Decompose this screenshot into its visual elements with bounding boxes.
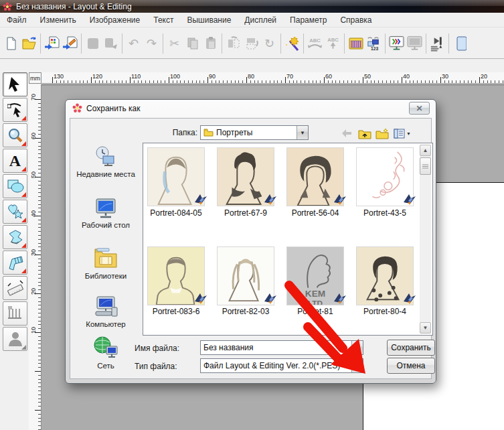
- redo-button-disabled[interactable]: ↷: [143, 33, 161, 54]
- sidebar-item-desktop[interactable]: Рабочий стол: [72, 198, 139, 229]
- partial-edge-button[interactable]: [451, 33, 469, 54]
- folder-up-button[interactable]: [357, 127, 372, 140]
- file-name[interactable]: Portret-80-4: [352, 307, 418, 316]
- import-image-button[interactable]: [61, 33, 79, 54]
- import-design-button[interactable]: [43, 33, 61, 54]
- back-button-disabled[interactable]: [339, 127, 354, 140]
- svg-text:ABC: ABC: [327, 37, 339, 43]
- file-name[interactable]: Portret-67-9: [213, 208, 278, 218]
- file-thumbnail[interactable]: [356, 246, 414, 305]
- folder-combobox[interactable]: Портреты ▼: [200, 125, 309, 140]
- file-thumbnail[interactable]: [217, 147, 274, 206]
- file-name[interactable]: Portret-56-04: [282, 208, 348, 218]
- ruler-label: 10: [30, 324, 37, 337]
- menu-item-option[interactable]: Параметр: [283, 13, 333, 27]
- magic-wand-button[interactable]: [283, 33, 301, 54]
- file-name[interactable]: Portret-43-5: [352, 208, 418, 218]
- sewing-simulator-button[interactable]: [428, 33, 446, 54]
- cut-button-disabled[interactable]: ✂: [165, 33, 183, 54]
- flyout-marker: [21, 218, 26, 222]
- filename-combobox[interactable]: Без названия ▼: [200, 340, 363, 355]
- scrollbar-thumb[interactable]: [420, 157, 431, 175]
- scroll-up-button[interactable]: ▲: [420, 145, 431, 156]
- file-thumbnail[interactable]: [356, 147, 414, 206]
- partial-edge-icon: [454, 35, 467, 52]
- file-name[interactable]: Portret-084-05: [143, 208, 209, 218]
- paste-icon: [203, 36, 218, 51]
- menu-item-display[interactable]: Дисплей: [238, 13, 283, 27]
- select-tool[interactable]: [3, 72, 27, 96]
- portrait-tool[interactable]: [3, 327, 27, 351]
- close-button[interactable]: ✕: [409, 102, 430, 115]
- ruler-label: 120: [92, 73, 102, 80]
- menu-item-text[interactable]: Текст: [147, 13, 180, 27]
- new-document-icon: [4, 36, 19, 51]
- magic-wand-icon: [284, 35, 301, 52]
- save-button-disabled[interactable]: [84, 33, 102, 54]
- cancel-button-label: Отмена: [396, 361, 425, 370]
- ruler-label: 40: [30, 207, 37, 220]
- sidebar-item-recent-places[interactable]: Недавние места: [72, 145, 139, 178]
- file-name[interactable]: Portret-083-6: [143, 307, 209, 316]
- new-document-button[interactable]: [2, 33, 20, 54]
- ruler-label: 50: [364, 73, 371, 80]
- text-tool[interactable]: A: [3, 149, 27, 173]
- embroidery-bird-icon: [193, 291, 208, 307]
- flyout-marker: [21, 243, 26, 248]
- network-icon: [72, 336, 139, 360]
- ruler-label: 40: [403, 73, 410, 80]
- file-thumbnail[interactable]: [217, 246, 274, 305]
- sidebar-item-libraries[interactable]: Библиотеки: [72, 246, 139, 280]
- fan-shape-tool[interactable]: [3, 250, 27, 275]
- menu-item-file[interactable]: Файл: [0, 13, 33, 27]
- undo-button-disabled[interactable]: ↶: [124, 33, 143, 54]
- dropdown-arrow-icon[interactable]: ▼: [297, 126, 308, 139]
- point-edit-tool[interactable]: [3, 98, 27, 122]
- copy-button-disabled[interactable]: [183, 33, 201, 54]
- cancel-button[interactable]: Отмена: [387, 358, 435, 374]
- flyout-marker: [21, 141, 26, 146]
- sidebar-item-label: Недавние места: [76, 170, 135, 178]
- menu-item-edit[interactable]: Изменить: [33, 13, 83, 27]
- file-list-scrollbar[interactable]: ▲ ▼: [420, 145, 431, 334]
- zoom-tool[interactable]: [3, 123, 27, 147]
- paste-button-disabled[interactable]: [201, 33, 220, 54]
- arc-text-button-disabled[interactable]: ABC: [306, 33, 324, 54]
- realistic-view-button[interactable]: [388, 33, 406, 54]
- stitch-view-button-disabled[interactable]: [406, 33, 424, 54]
- flip-horizontal-button-disabled[interactable]: [224, 33, 242, 54]
- thread-palette-button[interactable]: [347, 33, 365, 54]
- menu-item-image[interactable]: Изображение: [83, 13, 147, 27]
- write-card-button-disabled[interactable]: [102, 33, 120, 54]
- file-thumbnail[interactable]: [286, 147, 344, 206]
- open-file-button[interactable]: [20, 33, 38, 54]
- menu-item-help[interactable]: Справка: [333, 13, 378, 27]
- dropdown-arrow-icon[interactable]: ▼: [351, 341, 363, 354]
- scroll-down-button[interactable]: ▼: [420, 322, 431, 334]
- star-heart-shapes-tool[interactable]: [3, 200, 27, 224]
- file-thumbnail[interactable]: [147, 147, 205, 206]
- filetype-combobox[interactable]: Файл Layout & Editing Ver. 2.0(*.PES) ▼: [200, 358, 363, 373]
- file-name[interactable]: Portret-81: [282, 307, 348, 316]
- sidebar-item-computer[interactable]: Компьютер: [72, 295, 139, 328]
- file-name[interactable]: Portret-82-03: [213, 307, 278, 316]
- file-thumbnail[interactable]: [147, 246, 205, 305]
- save-button[interactable]: Сохранить: [387, 340, 435, 356]
- point-edit-icon: [7, 102, 23, 118]
- measure-tool[interactable]: [3, 276, 27, 300]
- flip-vertical-button-disabled[interactable]: [242, 33, 260, 54]
- dropdown-arrow-icon[interactable]: ▼: [351, 359, 363, 372]
- open-file-icon: [21, 36, 37, 51]
- shapes-tool[interactable]: [3, 174, 27, 198]
- sidebar-item-network[interactable]: Сеть: [72, 336, 139, 370]
- view-menu-button[interactable]: ▼: [392, 127, 413, 140]
- sewing-order-button[interactable]: 123: [365, 33, 383, 54]
- menu-item-sew[interactable]: Вышивание: [180, 13, 238, 27]
- rotate-button-disabled[interactable]: ↻: [260, 33, 278, 54]
- stitch-attributes-tool[interactable]: [3, 301, 27, 326]
- ruler-label: 110: [131, 73, 141, 80]
- file-thumbnail[interactable]: KEMLTD: [286, 246, 344, 305]
- text-fit-button-disabled[interactable]: ABC: [324, 33, 342, 54]
- freeform-shape-tool[interactable]: [3, 225, 27, 249]
- new-folder-button[interactable]: [375, 127, 390, 140]
